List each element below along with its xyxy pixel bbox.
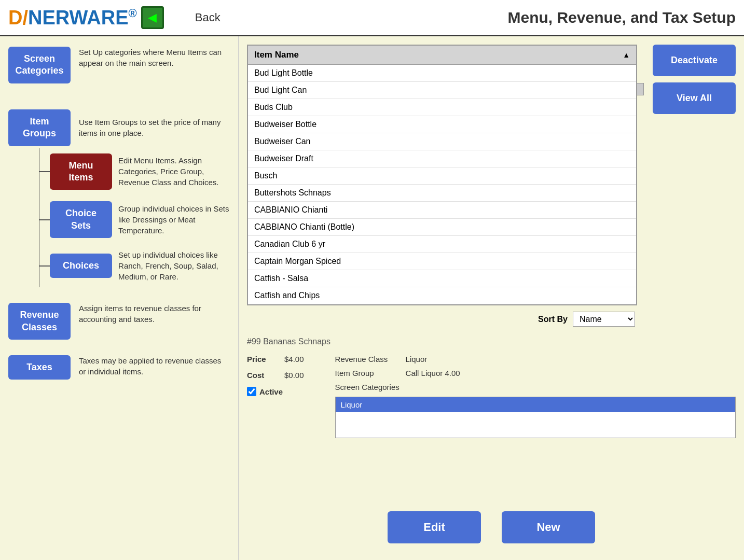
sidebar-item-screen-categories: Screen Categories Set Up categories wher…: [8, 47, 230, 83]
revenue-classes-button[interactable]: Revenue Classes: [8, 303, 71, 340]
back-button[interactable]: Back: [195, 11, 221, 24]
price-value: $4.00: [284, 355, 304, 363]
screen-categories-desc: Set Up categories where Menu Items can a…: [79, 47, 230, 68]
cost-label: Cost: [247, 371, 278, 380]
scroll-up-arrow[interactable]: ▲: [623, 51, 630, 59]
screen-categories-section: Screen Categories: [335, 383, 736, 391]
screen-categories-list: Liquor: [335, 397, 736, 438]
revenue-class-row: Revenue Class Liquor: [335, 355, 736, 363]
detail-left: Price $4.00 Cost $0.00 Active: [247, 355, 304, 438]
taxes-desc: Taxes may be applied to revenue classes …: [79, 355, 230, 377]
scrollbar[interactable]: [636, 82, 644, 95]
detail-area: #99 Bananas Schnaps Price $4.00 Cost $0.…: [247, 333, 736, 500]
item-groups-button[interactable]: Item Groups: [8, 109, 71, 146]
sort-select[interactable]: Name Price Category: [573, 312, 635, 327]
menu-items-desc: Edit Menu Items. Assign Categories, Pric…: [118, 155, 230, 188]
active-row: Active: [247, 387, 304, 396]
detail-right: Revenue Class Liquor Item Group Call Liq…: [335, 355, 736, 438]
choice-sets-row: Choice Sets Group individual choices in …: [50, 201, 230, 238]
revenue-class-label: Revenue Class: [335, 355, 397, 363]
list-item[interactable]: Budweiser Bottle: [248, 116, 636, 133]
bottom-buttons: Edit New: [247, 506, 736, 552]
item-group-value: Call Liquor 4.00: [406, 369, 460, 377]
item-group-row: Item Group Call Liquor 4.00: [335, 369, 736, 377]
item-groups-desc: Use Item Groups to set the price of many…: [79, 117, 230, 138]
sidebar-item-menu-items: Menu Items Edit Menu Items. Assign Categ…: [39, 153, 230, 190]
menu-items-button[interactable]: Menu Items: [50, 153, 112, 190]
tree-horiz-line-3: [39, 265, 50, 267]
list-item[interactable]: Busch: [248, 167, 636, 185]
sidebar-item-choices: Choices Set up individual choices like R…: [39, 249, 230, 282]
item-name-column-header: Item Name: [254, 50, 299, 60]
list-item[interactable]: Catfish - Salsa: [248, 270, 636, 287]
tree-column: Item Groups Use Item Groups to set the p…: [8, 109, 230, 287]
view-all-button[interactable]: View All: [653, 82, 736, 114]
list-item[interactable]: Captain Morgan Spiced: [248, 253, 636, 270]
sidebar: Screen Categories Set Up categories wher…: [0, 36, 239, 560]
list-item[interactable]: CABBIANIO Chianti: [248, 202, 636, 219]
list-item[interactable]: CABBIANO Chianti (Bottle): [248, 219, 636, 236]
revenue-classes-desc: Assign items to revenue classes for acco…: [79, 303, 230, 325]
choices-desc: Set up individual choices like Ranch, Fr…: [118, 249, 230, 282]
tree-branch: Menu Items Edit Menu Items. Assign Categ…: [8, 148, 230, 288]
list-item[interactable]: Buttershots Schnaps: [248, 185, 636, 202]
tree-horiz-line-2: [39, 219, 50, 220]
main-layout: Screen Categories Set Up categories wher…: [0, 36, 744, 560]
revenue-class-value: Liquor: [406, 355, 428, 363]
list-item[interactable]: Catfish and Chips: [248, 287, 636, 304]
page-title: Menu, Revenue, and Tax Setup: [507, 9, 736, 26]
choices-row: Choices Set up individual choices like R…: [50, 249, 230, 282]
edit-button[interactable]: Edit: [388, 511, 481, 543]
item-list: Bud Light Bottle Bud Light Can Buds Club…: [248, 65, 636, 304]
back-arrow-icon[interactable]: [141, 6, 164, 29]
cost-row: Cost $0.00: [247, 371, 304, 380]
screen-categories-button[interactable]: Screen Categories: [8, 47, 71, 83]
sidebar-item-choice-sets: Choice Sets Group individual choices in …: [39, 201, 230, 238]
active-checkbox[interactable]: [247, 387, 256, 396]
active-label: Active: [259, 387, 291, 396]
list-item[interactable]: Bud Light Can: [248, 82, 636, 99]
right-buttons: Deactivate View All: [653, 45, 736, 114]
item-list-container: Item Name ▲ Bud Light Bottle Bud Light C…: [247, 45, 637, 305]
sidebar-item-revenue-classes: Revenue Classes Assign items to revenue …: [8, 303, 230, 340]
item-group-label: Item Group: [335, 369, 397, 377]
sort-row: Sort By Name Price Category: [247, 312, 637, 327]
sidebar-item-taxes: Taxes Taxes may be applied to revenue cl…: [8, 355, 230, 380]
deactivate-button[interactable]: Deactivate: [653, 45, 736, 76]
choice-sets-desc: Group individual choices in Sets like Dr…: [118, 203, 230, 236]
new-button[interactable]: New: [502, 511, 595, 543]
content-area: Deactivate View All Item Name ▲ Bud Ligh…: [239, 36, 744, 560]
price-label: Price: [247, 355, 278, 363]
list-item[interactable]: Buds Club: [248, 99, 636, 116]
header: D/NERWARE® Back Menu, Revenue, and Tax S…: [0, 0, 744, 36]
tree-children: Menu Items Edit Menu Items. Assign Categ…: [39, 148, 230, 288]
sort-by-label: Sort By: [538, 315, 568, 324]
list-item[interactable]: Budweiser Can: [248, 133, 636, 150]
item-list-header: Item Name ▲: [248, 46, 636, 65]
cost-value: $0.00: [284, 371, 304, 380]
detail-fields: Price $4.00 Cost $0.00 Active Rev: [247, 355, 736, 438]
selected-item-name: #99 Bananas Schnaps: [247, 337, 736, 346]
list-item[interactable]: Budweiser Draft: [248, 150, 636, 167]
logo-text: D/NERWARE®: [8, 7, 137, 29]
sidebar-tree: Item Groups Use Item Groups to set the p…: [8, 109, 230, 287]
choices-button[interactable]: Choices: [50, 254, 112, 278]
sidebar-item-item-groups: Item Groups Use Item Groups to set the p…: [8, 109, 230, 146]
taxes-button[interactable]: Taxes: [8, 355, 71, 380]
menu-items-row: Menu Items Edit Menu Items. Assign Categ…: [50, 153, 230, 190]
list-item[interactable]: Canadian Club 6 yr: [248, 236, 636, 253]
screen-categories-label: Screen Categories: [335, 383, 399, 391]
choice-sets-button[interactable]: Choice Sets: [50, 201, 112, 238]
price-row: Price $4.00: [247, 355, 304, 363]
logo: D/NERWARE®: [8, 6, 164, 29]
screen-category-item[interactable]: Liquor: [336, 397, 735, 412]
list-item[interactable]: Bud Light Bottle: [248, 65, 636, 82]
tree-horiz-line: [39, 171, 50, 172]
